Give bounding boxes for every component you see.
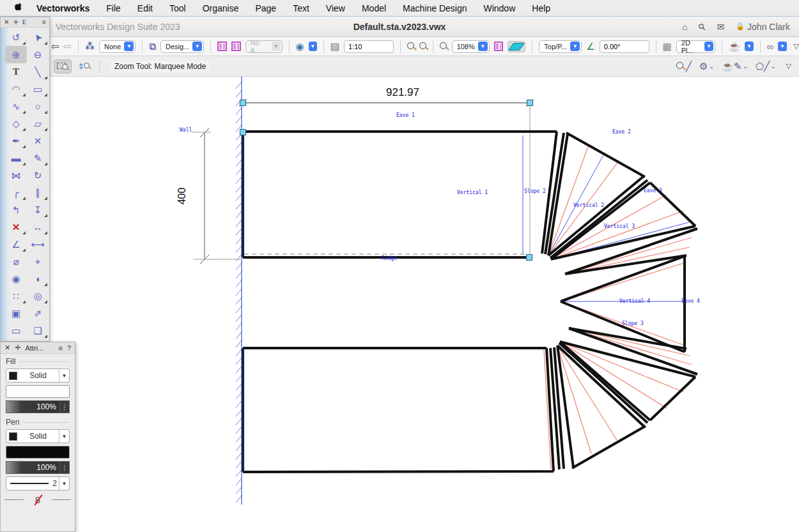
start-marker-button[interactable] [4, 499, 24, 501]
flyover-tool[interactable]: ↺ [5, 29, 27, 46]
eraser-tool[interactable]: ▬ [5, 149, 27, 167]
fill-color-swatch[interactable] [6, 385, 70, 398]
render-options-button[interactable]: ☕✎⌄ [722, 61, 748, 72]
opacity-options-icon[interactable]: ⋮ [60, 400, 70, 413]
line-tool[interactable]: ╲ [27, 63, 49, 80]
menu-item-model[interactable]: Model [353, 3, 394, 13]
fit-page-icon[interactable] [407, 42, 415, 50]
menu-item-view[interactable]: View [318, 3, 353, 13]
roof-panel-drawing[interactable] [0, 0, 799, 532]
3d-glasses-icon[interactable]: ∞ [766, 42, 773, 51]
target-tool[interactable]: ◎ [27, 287, 49, 305]
help-icon[interactable]: ? [67, 344, 71, 352]
render-dropdown[interactable]: ▼ [745, 42, 753, 51]
polygon-tool[interactable]: ◇ [5, 115, 27, 132]
saved-view-alt-icon[interactable] [231, 42, 241, 51]
corner-tool[interactable]: ↰ [5, 201, 27, 218]
close-icon[interactable]: ✕ [4, 344, 10, 352]
window-panes-icon[interactable] [494, 42, 504, 51]
selection-handles[interactable] [240, 100, 533, 261]
apple-menu-icon[interactable] [9, 3, 28, 14]
rotation-angle-icon[interactable]: ∠ [586, 42, 594, 51]
user-account[interactable]: 🔒 John Clark [736, 22, 790, 32]
selection-tool[interactable]: ➤ [27, 29, 49, 46]
menu-item-text[interactable]: Text [284, 3, 318, 13]
drilling-tool[interactable]: ◉ [5, 270, 27, 287]
split-tool[interactable]: ✕ [27, 132, 49, 149]
menu-icon[interactable]: ≡ [42, 19, 46, 26]
design-layer-dropdown[interactable]: Desig... ▼ [160, 40, 204, 53]
menu-item-file[interactable]: File [98, 3, 129, 13]
rotate-tool[interactable]: ↻ [27, 167, 49, 184]
no-marker-icon[interactable]: 8 [33, 494, 42, 505]
menu-item-help[interactable]: Help [524, 3, 559, 13]
tape-measure-tool[interactable]: ↔ [27, 218, 49, 236]
fill-style-dropdown[interactable]: Solid ▼ [6, 369, 70, 383]
marquee-mode-button[interactable] [54, 59, 72, 73]
interactive-zoom-button[interactable]: ⇕ [75, 59, 93, 73]
zoom-icon[interactable] [440, 42, 447, 50]
mirror-tool[interactable]: ⋈ [5, 167, 27, 184]
zoom-line-thickness-button[interactable]: ╱ [676, 61, 692, 72]
mail-icon[interactable]: ✉ [717, 22, 725, 32]
pen-style-dropdown[interactable]: Solid ▼ [6, 429, 70, 443]
visibility-dropdown[interactable]: ▼ [309, 42, 317, 51]
scale-input[interactable] [344, 40, 394, 53]
fillet-tool[interactable]: ╭ [5, 184, 27, 201]
stamp-tool[interactable]: ▭ [5, 322, 27, 339]
forward-arrow-icon[interactable]: ⇨ [64, 42, 72, 51]
grid-settings-icon[interactable]: ▦ [663, 42, 672, 51]
arc-tool[interactable]: ◠ [5, 80, 27, 98]
back-arrow-icon[interactable]: ⇦ [51, 42, 59, 51]
angle-dimension-tool[interactable]: ∠ [5, 236, 27, 253]
fit-objects-icon[interactable] [419, 42, 427, 50]
menu-item-edit[interactable]: Edit [129, 3, 161, 13]
reshape-tool[interactable]: ▱ [27, 115, 49, 132]
menu-item-page[interactable]: Page [247, 3, 284, 13]
pen-opacity-slider[interactable]: 100% ⋮ [6, 461, 70, 474]
dimension-width[interactable] [239, 99, 534, 254]
zoom-in-tool[interactable]: ⊕ [5, 46, 27, 63]
offset-tool[interactable]: ∥ [27, 184, 49, 201]
duplicate-tool[interactable]: ❏ [27, 322, 49, 339]
knife-tool[interactable]: ✒ [5, 132, 27, 149]
fill-opacity-slider[interactable]: 100% ⋮ [6, 400, 70, 413]
extract-tool[interactable]: ↧ [27, 201, 49, 218]
dimension-height[interactable] [192, 128, 240, 264]
saved-view-icon[interactable] [217, 42, 227, 51]
text-tool[interactable]: T [5, 63, 27, 80]
surface-options-button[interactable]: ⬠╱⌄ [756, 61, 776, 72]
menu-item-tool[interactable]: Tool [161, 3, 194, 13]
menu-icon[interactable]: ≡ [58, 344, 62, 352]
close-icon[interactable]: ✕ [4, 19, 9, 26]
circle-tool[interactable]: ○ [27, 98, 49, 115]
protractor-tool[interactable]: ◖ [27, 270, 49, 287]
visibility-eye-icon[interactable]: ◉ [296, 42, 304, 51]
opacity-options-icon[interactable]: ⋮ [60, 461, 70, 474]
view-dropdown[interactable]: Top/P... ▼ [539, 40, 582, 53]
rotation-input[interactable] [600, 40, 649, 53]
menu-item-machine-design[interactable]: Machine Design [394, 3, 475, 13]
move-icon[interactable]: ✛ [13, 19, 18, 26]
glasses-dropdown[interactable]: ▼ [778, 42, 786, 51]
rectangle-tool[interactable]: ▭ [27, 80, 49, 98]
menu-item-organise[interactable]: Organise [194, 3, 247, 13]
frame-select-tool[interactable]: ▣ [5, 305, 27, 322]
center-mark-tool[interactable]: ⌖ [27, 253, 49, 270]
home-icon[interactable]: ⌂ [682, 22, 687, 32]
unified-view-button[interactable] [508, 41, 525, 52]
eyedropper-tool[interactable]: ✎ [27, 149, 49, 167]
search-icon[interactable]: ⚲ [696, 20, 708, 33]
render-mode-icon[interactable]: ☕ [728, 42, 740, 51]
modebar-collapse-icon[interactable]: ▽ [786, 62, 791, 70]
plane-dropdown[interactable]: 2D Pl... ▼ [676, 40, 715, 53]
dock-icon[interactable]: E [22, 19, 26, 26]
delete-tool[interactable]: ✕ [5, 218, 27, 236]
menu-item-window[interactable]: Window [475, 3, 524, 13]
class-dropdown[interactable]: None ▼ [99, 40, 136, 53]
scale-icon[interactable]: ▤ [330, 42, 339, 51]
drawing-canvas[interactable]: WallEave 1Eave 2Vertical 1Slope 2Vertica… [0, 77, 799, 532]
tool-preferences-button[interactable]: ⚙⌄ [699, 61, 714, 72]
linear-dimension-tool[interactable]: ⟷ [27, 236, 49, 253]
menu-item-vectorworks[interactable]: Vectorworks [28, 3, 98, 13]
